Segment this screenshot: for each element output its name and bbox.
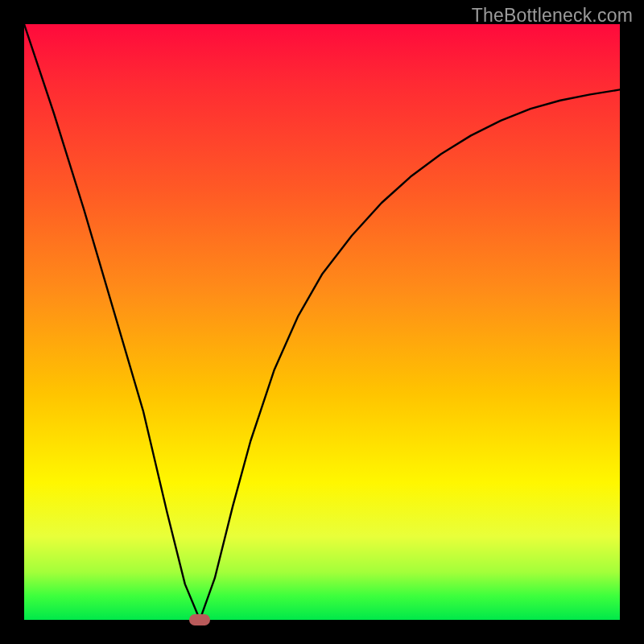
bottleneck-curve <box>24 24 620 620</box>
watermark-text: TheBottleneck.com <box>472 5 633 27</box>
curve-svg <box>24 24 620 620</box>
chart-frame: TheBottleneck.com <box>0 0 644 644</box>
optimal-marker <box>189 614 210 625</box>
plot-area <box>24 24 620 620</box>
